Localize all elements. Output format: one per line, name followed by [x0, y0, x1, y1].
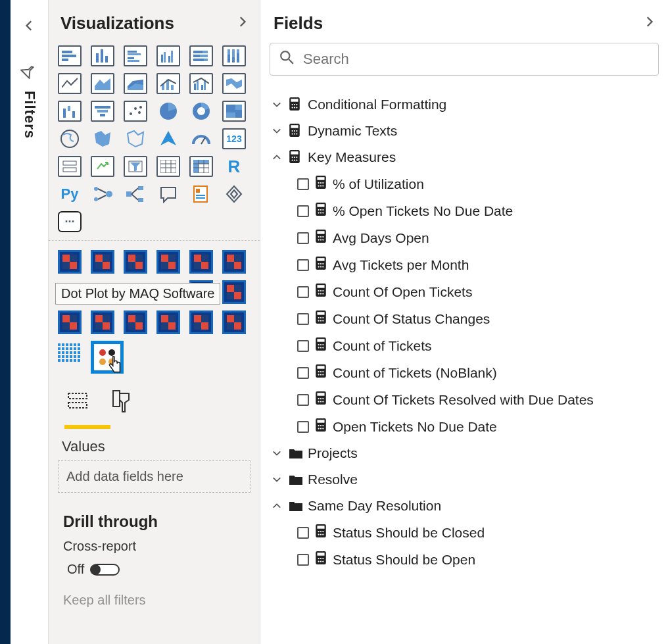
- field-row[interactable]: Avg Tickets per Month: [297, 251, 661, 278]
- fields-well-tab-icon[interactable]: [64, 387, 95, 417]
- field-row[interactable]: Count Of Tickets Resolved with Due Dates: [297, 386, 661, 413]
- field-checkbox[interactable]: [297, 286, 309, 298]
- table-row[interactable]: Key Measures: [267, 144, 661, 170]
- field-checkbox[interactable]: [297, 178, 309, 190]
- fields-collapse-chevron-icon[interactable]: [643, 16, 655, 31]
- field-row[interactable]: Status Should be Open: [297, 546, 661, 573]
- viz-map-icon[interactable]: [58, 128, 82, 149]
- viz-multirow-card-icon[interactable]: [58, 156, 82, 177]
- dot-plot-visual-icon[interactable]: [91, 341, 124, 374]
- viz-python-icon[interactable]: Py: [58, 184, 82, 205]
- custom-visual-icon[interactable]: [156, 250, 180, 274]
- custom-visual-icon[interactable]: [222, 250, 246, 274]
- viz-paginated-report-icon[interactable]: [189, 184, 213, 205]
- viz-donut-icon[interactable]: [189, 101, 213, 122]
- visualization-gallery: 123 R Py ···: [49, 40, 260, 241]
- visualizations-collapse-chevron-icon[interactable]: [236, 16, 248, 31]
- fields-search-input[interactable]: [303, 51, 649, 68]
- filters-collapse-chevron-icon[interactable]: [24, 18, 36, 36]
- field-checkbox[interactable]: [297, 554, 309, 566]
- svg-point-99: [292, 133, 293, 134]
- table-row[interactable]: Projects: [267, 440, 661, 466]
- viz-clustered-bar-icon[interactable]: [124, 45, 147, 66]
- custom-visual-icon[interactable]: [222, 280, 246, 304]
- measure-icon: [316, 176, 326, 192]
- custom-visual-icon[interactable]: [124, 310, 147, 334]
- viz-filled-map-icon[interactable]: [91, 128, 114, 149]
- viz-slicer-icon[interactable]: [124, 156, 147, 177]
- viz-100-bar-icon[interactable]: [189, 45, 213, 66]
- viz-scatter-icon[interactable]: [124, 101, 147, 122]
- viz-waterfall-icon[interactable]: [58, 101, 82, 122]
- viz-pie-icon[interactable]: [156, 101, 180, 122]
- viz-line-stacked-column-icon[interactable]: [156, 73, 180, 94]
- viz-table-icon[interactable]: [156, 156, 180, 177]
- custom-visual-icon[interactable]: [189, 310, 213, 334]
- field-checkbox[interactable]: [297, 367, 309, 379]
- field-checkbox[interactable]: [297, 205, 309, 217]
- viz-stacked-area-icon[interactable]: [124, 73, 147, 94]
- viz-treemap-icon[interactable]: [222, 101, 246, 122]
- cross-report-toggle[interactable]: [91, 564, 120, 576]
- field-row[interactable]: Avg Days Open: [297, 224, 661, 251]
- custom-visual-icon[interactable]: [189, 250, 213, 274]
- viz-card-icon[interactable]: 123: [222, 128, 246, 149]
- field-checkbox[interactable]: [297, 313, 309, 325]
- viz-area-icon[interactable]: [91, 73, 114, 94]
- field-row[interactable]: Count Of Open Tickets: [297, 278, 661, 305]
- custom-visual-icon[interactable]: [58, 310, 82, 334]
- values-drop-area[interactable]: Add data fields here: [58, 460, 251, 493]
- custom-visual-icon[interactable]: [91, 310, 114, 334]
- field-row[interactable]: Count of Tickets (NoBlank): [297, 359, 661, 386]
- viz-decomposition-tree-icon[interactable]: [124, 184, 147, 205]
- viz-powerapps-icon[interactable]: [222, 184, 246, 205]
- format-tab-icon[interactable]: [108, 387, 138, 417]
- custom-visual-icon[interactable]: [91, 250, 114, 274]
- viz-matrix-icon[interactable]: [189, 156, 213, 177]
- svg-rect-11: [164, 52, 166, 62]
- viz-r-script-icon[interactable]: R: [222, 156, 246, 177]
- svg-rect-103: [291, 151, 298, 154]
- field-checkbox[interactable]: [297, 259, 309, 271]
- viz-line-icon[interactable]: [58, 73, 82, 94]
- custom-visual-icon[interactable]: [58, 250, 82, 274]
- viz-stacked-bar-icon[interactable]: [58, 45, 82, 66]
- viz-gauge-icon[interactable]: [189, 128, 213, 149]
- field-checkbox[interactable]: [297, 340, 309, 352]
- svg-point-168: [318, 371, 320, 372]
- viz-key-influencers-icon[interactable]: [91, 184, 114, 205]
- fields-search-box[interactable]: [270, 43, 659, 76]
- viz-azure-map-icon[interactable]: [156, 128, 180, 149]
- field-row[interactable]: Open Tickets No Due Date: [297, 413, 661, 440]
- viz-line-clustered-column-icon[interactable]: [189, 73, 213, 94]
- field-checkbox[interactable]: [297, 394, 309, 406]
- custom-visual-grid-icon[interactable]: [58, 341, 82, 364]
- field-row[interactable]: % of Utilization: [297, 170, 661, 197]
- field-checkbox[interactable]: [297, 232, 309, 244]
- viz-shape-map-icon[interactable]: [124, 128, 147, 149]
- table-row[interactable]: Same Day Resolution: [267, 493, 661, 519]
- viz-100-column-icon[interactable]: [222, 45, 246, 66]
- viz-qna-icon[interactable]: [156, 184, 180, 205]
- viz-kpi-icon[interactable]: [91, 156, 114, 177]
- viz-clustered-column-icon[interactable]: [156, 45, 180, 66]
- field-row[interactable]: % Open Tickets No Due Date: [297, 197, 661, 224]
- viz-stacked-column-icon[interactable]: [91, 45, 114, 66]
- field-row[interactable]: Status Should be Closed: [297, 519, 661, 546]
- custom-visual-icon[interactable]: [222, 310, 246, 334]
- field-row[interactable]: Count Of Status Changes: [297, 305, 661, 332]
- table-row[interactable]: Conditional Formatting: [267, 91, 661, 118]
- table-row[interactable]: Dynamic Texts: [267, 118, 661, 144]
- viz-get-more-icon[interactable]: ···: [58, 211, 82, 232]
- custom-visual-icon[interactable]: [124, 250, 147, 274]
- field-checkbox[interactable]: [297, 527, 309, 539]
- field-row[interactable]: Count of Tickets: [297, 332, 661, 359]
- viz-funnel-icon[interactable]: [91, 101, 114, 122]
- viz-ribbon-icon[interactable]: [222, 73, 246, 94]
- svg-point-200: [318, 558, 320, 559]
- field-checkbox[interactable]: [297, 421, 309, 433]
- table-row[interactable]: Resolve: [267, 466, 661, 493]
- field-name: Avg Tickets per Month: [333, 257, 469, 273]
- svg-rect-95: [291, 125, 298, 128]
- custom-visual-icon[interactable]: [156, 310, 180, 334]
